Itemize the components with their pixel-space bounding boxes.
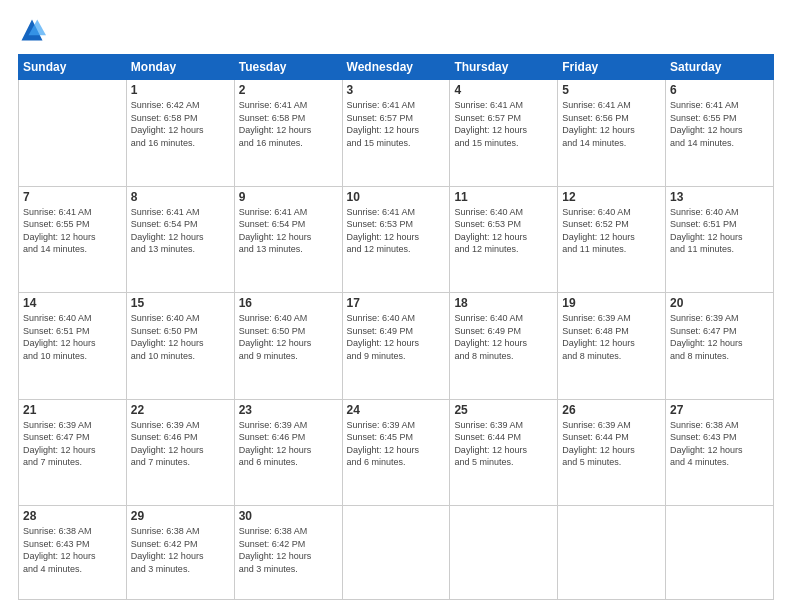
calendar-cell: 23Sunrise: 6:39 AM Sunset: 6:46 PM Dayli… — [234, 399, 342, 506]
day-number: 16 — [239, 296, 338, 310]
day-number: 7 — [23, 190, 122, 204]
day-info: Sunrise: 6:40 AM Sunset: 6:51 PM Dayligh… — [23, 312, 122, 362]
day-info: Sunrise: 6:39 AM Sunset: 6:47 PM Dayligh… — [670, 312, 769, 362]
day-info: Sunrise: 6:41 AM Sunset: 6:55 PM Dayligh… — [23, 206, 122, 256]
calendar-cell — [450, 506, 558, 600]
calendar-cell: 14Sunrise: 6:40 AM Sunset: 6:51 PM Dayli… — [19, 293, 127, 400]
calendar-cell: 29Sunrise: 6:38 AM Sunset: 6:42 PM Dayli… — [126, 506, 234, 600]
day-info: Sunrise: 6:38 AM Sunset: 6:43 PM Dayligh… — [670, 419, 769, 469]
calendar-week-2: 7Sunrise: 6:41 AM Sunset: 6:55 PM Daylig… — [19, 186, 774, 293]
day-number: 5 — [562, 83, 661, 97]
calendar-cell — [558, 506, 666, 600]
calendar-cell: 18Sunrise: 6:40 AM Sunset: 6:49 PM Dayli… — [450, 293, 558, 400]
calendar: SundayMondayTuesdayWednesdayThursdayFrid… — [18, 54, 774, 600]
day-info: Sunrise: 6:39 AM Sunset: 6:44 PM Dayligh… — [562, 419, 661, 469]
day-info: Sunrise: 6:39 AM Sunset: 6:46 PM Dayligh… — [239, 419, 338, 469]
calendar-cell: 10Sunrise: 6:41 AM Sunset: 6:53 PM Dayli… — [342, 186, 450, 293]
calendar-cell: 24Sunrise: 6:39 AM Sunset: 6:45 PM Dayli… — [342, 399, 450, 506]
calendar-cell — [666, 506, 774, 600]
day-info: Sunrise: 6:39 AM Sunset: 6:45 PM Dayligh… — [347, 419, 446, 469]
day-number: 4 — [454, 83, 553, 97]
logo — [18, 16, 50, 44]
calendar-week-3: 14Sunrise: 6:40 AM Sunset: 6:51 PM Dayli… — [19, 293, 774, 400]
day-number: 19 — [562, 296, 661, 310]
col-header-thursday: Thursday — [450, 55, 558, 80]
day-info: Sunrise: 6:41 AM Sunset: 6:56 PM Dayligh… — [562, 99, 661, 149]
day-info: Sunrise: 6:39 AM Sunset: 6:44 PM Dayligh… — [454, 419, 553, 469]
day-info: Sunrise: 6:40 AM Sunset: 6:50 PM Dayligh… — [239, 312, 338, 362]
day-info: Sunrise: 6:40 AM Sunset: 6:49 PM Dayligh… — [454, 312, 553, 362]
calendar-cell: 25Sunrise: 6:39 AM Sunset: 6:44 PM Dayli… — [450, 399, 558, 506]
calendar-cell: 28Sunrise: 6:38 AM Sunset: 6:43 PM Dayli… — [19, 506, 127, 600]
day-info: Sunrise: 6:38 AM Sunset: 6:43 PM Dayligh… — [23, 525, 122, 575]
page: SundayMondayTuesdayWednesdayThursdayFrid… — [0, 0, 792, 612]
day-number: 29 — [131, 509, 230, 523]
day-number: 2 — [239, 83, 338, 97]
calendar-header-row: SundayMondayTuesdayWednesdayThursdayFrid… — [19, 55, 774, 80]
day-number: 3 — [347, 83, 446, 97]
calendar-cell: 26Sunrise: 6:39 AM Sunset: 6:44 PM Dayli… — [558, 399, 666, 506]
day-number: 8 — [131, 190, 230, 204]
calendar-cell: 15Sunrise: 6:40 AM Sunset: 6:50 PM Dayli… — [126, 293, 234, 400]
calendar-cell: 1Sunrise: 6:42 AM Sunset: 6:58 PM Daylig… — [126, 80, 234, 187]
day-info: Sunrise: 6:41 AM Sunset: 6:53 PM Dayligh… — [347, 206, 446, 256]
calendar-cell: 19Sunrise: 6:39 AM Sunset: 6:48 PM Dayli… — [558, 293, 666, 400]
col-header-saturday: Saturday — [666, 55, 774, 80]
day-info: Sunrise: 6:41 AM Sunset: 6:57 PM Dayligh… — [347, 99, 446, 149]
calendar-week-5: 28Sunrise: 6:38 AM Sunset: 6:43 PM Dayli… — [19, 506, 774, 600]
day-number: 23 — [239, 403, 338, 417]
calendar-week-4: 21Sunrise: 6:39 AM Sunset: 6:47 PM Dayli… — [19, 399, 774, 506]
day-number: 27 — [670, 403, 769, 417]
calendar-cell: 11Sunrise: 6:40 AM Sunset: 6:53 PM Dayli… — [450, 186, 558, 293]
day-number: 1 — [131, 83, 230, 97]
day-info: Sunrise: 6:41 AM Sunset: 6:55 PM Dayligh… — [670, 99, 769, 149]
calendar-cell: 16Sunrise: 6:40 AM Sunset: 6:50 PM Dayli… — [234, 293, 342, 400]
col-header-monday: Monday — [126, 55, 234, 80]
col-header-tuesday: Tuesday — [234, 55, 342, 80]
day-number: 28 — [23, 509, 122, 523]
calendar-cell: 3Sunrise: 6:41 AM Sunset: 6:57 PM Daylig… — [342, 80, 450, 187]
col-header-wednesday: Wednesday — [342, 55, 450, 80]
col-header-friday: Friday — [558, 55, 666, 80]
calendar-cell: 6Sunrise: 6:41 AM Sunset: 6:55 PM Daylig… — [666, 80, 774, 187]
day-number: 25 — [454, 403, 553, 417]
calendar-cell: 12Sunrise: 6:40 AM Sunset: 6:52 PM Dayli… — [558, 186, 666, 293]
day-number: 11 — [454, 190, 553, 204]
day-info: Sunrise: 6:38 AM Sunset: 6:42 PM Dayligh… — [239, 525, 338, 575]
day-info: Sunrise: 6:39 AM Sunset: 6:47 PM Dayligh… — [23, 419, 122, 469]
day-info: Sunrise: 6:40 AM Sunset: 6:53 PM Dayligh… — [454, 206, 553, 256]
day-number: 15 — [131, 296, 230, 310]
day-number: 30 — [239, 509, 338, 523]
day-info: Sunrise: 6:40 AM Sunset: 6:50 PM Dayligh… — [131, 312, 230, 362]
day-number: 21 — [23, 403, 122, 417]
day-info: Sunrise: 6:41 AM Sunset: 6:54 PM Dayligh… — [131, 206, 230, 256]
calendar-cell: 7Sunrise: 6:41 AM Sunset: 6:55 PM Daylig… — [19, 186, 127, 293]
calendar-cell: 9Sunrise: 6:41 AM Sunset: 6:54 PM Daylig… — [234, 186, 342, 293]
calendar-cell: 22Sunrise: 6:39 AM Sunset: 6:46 PM Dayli… — [126, 399, 234, 506]
day-number: 26 — [562, 403, 661, 417]
day-number: 22 — [131, 403, 230, 417]
logo-icon — [18, 16, 46, 44]
calendar-cell: 20Sunrise: 6:39 AM Sunset: 6:47 PM Dayli… — [666, 293, 774, 400]
calendar-cell: 17Sunrise: 6:40 AM Sunset: 6:49 PM Dayli… — [342, 293, 450, 400]
calendar-week-1: 1Sunrise: 6:42 AM Sunset: 6:58 PM Daylig… — [19, 80, 774, 187]
calendar-cell — [19, 80, 127, 187]
day-number: 18 — [454, 296, 553, 310]
day-info: Sunrise: 6:40 AM Sunset: 6:49 PM Dayligh… — [347, 312, 446, 362]
calendar-cell: 13Sunrise: 6:40 AM Sunset: 6:51 PM Dayli… — [666, 186, 774, 293]
day-info: Sunrise: 6:41 AM Sunset: 6:58 PM Dayligh… — [239, 99, 338, 149]
col-header-sunday: Sunday — [19, 55, 127, 80]
calendar-cell: 30Sunrise: 6:38 AM Sunset: 6:42 PM Dayli… — [234, 506, 342, 600]
calendar-cell: 8Sunrise: 6:41 AM Sunset: 6:54 PM Daylig… — [126, 186, 234, 293]
calendar-cell: 27Sunrise: 6:38 AM Sunset: 6:43 PM Dayli… — [666, 399, 774, 506]
day-info: Sunrise: 6:40 AM Sunset: 6:51 PM Dayligh… — [670, 206, 769, 256]
day-number: 12 — [562, 190, 661, 204]
calendar-cell: 2Sunrise: 6:41 AM Sunset: 6:58 PM Daylig… — [234, 80, 342, 187]
calendar-cell: 4Sunrise: 6:41 AM Sunset: 6:57 PM Daylig… — [450, 80, 558, 187]
day-number: 24 — [347, 403, 446, 417]
day-info: Sunrise: 6:42 AM Sunset: 6:58 PM Dayligh… — [131, 99, 230, 149]
day-number: 9 — [239, 190, 338, 204]
calendar-cell: 21Sunrise: 6:39 AM Sunset: 6:47 PM Dayli… — [19, 399, 127, 506]
day-info: Sunrise: 6:41 AM Sunset: 6:57 PM Dayligh… — [454, 99, 553, 149]
day-number: 10 — [347, 190, 446, 204]
